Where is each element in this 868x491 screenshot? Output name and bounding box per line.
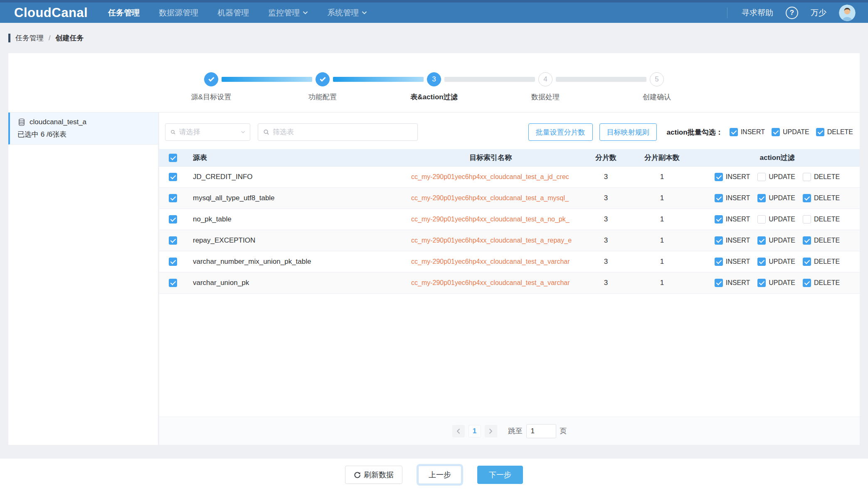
refresh-data-button[interactable]: 刷新数据 xyxy=(345,466,402,484)
action-batch-checkbox[interactable]: INSERT xyxy=(730,128,765,136)
update-checkbox-item[interactable]: UPDATE xyxy=(757,173,795,181)
row-checkbox[interactable] xyxy=(169,215,177,223)
target-index-link[interactable]: cc_my-290p01yec6hp4xx_cloudcanal_test_a_… xyxy=(411,216,570,223)
schema-select[interactable] xyxy=(165,123,250,141)
row-checkbox[interactable] xyxy=(169,258,177,266)
target-index-link[interactable]: cc_my-290p01yec6hp4xx_cloudcanal_test_a_… xyxy=(411,279,570,286)
insert-checkbox[interactable] xyxy=(715,258,723,266)
target-index-link[interactable]: cc_my-290p01yec6hp4xx_cloudcanal_test_a_… xyxy=(411,173,569,180)
database-name: cloudcanal_test_a xyxy=(30,118,86,126)
insert-checkbox-item[interactable]: INSERT xyxy=(715,279,750,287)
question-icon[interactable]: ? xyxy=(786,7,798,19)
insert-checkbox-item[interactable]: INSERT xyxy=(715,258,750,266)
insert-checkbox-item[interactable]: INSERT xyxy=(715,194,750,202)
schema-select-input[interactable] xyxy=(179,128,238,136)
delete-checkbox[interactable] xyxy=(803,258,811,266)
insert-label: INSERT xyxy=(726,237,750,244)
delete-checkbox[interactable] xyxy=(803,279,811,287)
cloudcanal-logo: CloudCanal xyxy=(14,5,88,20)
jump-page-input[interactable] xyxy=(526,424,556,438)
target-index-link[interactable]: cc_my-290p01yec6hp4xx_cloudcanal_test_a_… xyxy=(411,237,572,244)
nav-item-label: 数据源管理 xyxy=(159,7,198,18)
insert-checkbox[interactable] xyxy=(715,236,723,245)
delete-checkbox[interactable] xyxy=(803,215,811,223)
delete-checkbox-item[interactable]: DELETE xyxy=(803,173,840,181)
insert-checkbox[interactable] xyxy=(715,173,723,181)
header-action: action过滤 xyxy=(695,153,860,162)
delete-checkbox-item[interactable]: DELETE xyxy=(803,258,840,266)
insert-checkbox-item[interactable]: INSERT xyxy=(715,173,750,181)
shards-value: 3 xyxy=(582,173,629,181)
table-filter-input[interactable] xyxy=(273,128,412,136)
delete-checkbox-item[interactable]: DELETE xyxy=(803,279,840,287)
update-checkbox[interactable] xyxy=(757,194,766,202)
batch-shards-button[interactable]: 批量设置分片数 xyxy=(528,123,593,141)
help-link[interactable]: 寻求帮助 xyxy=(742,7,773,18)
update-label: UPDATE xyxy=(769,194,795,202)
delete-checkbox-item[interactable]: DELETE xyxy=(803,236,840,245)
next-step-button[interactable]: 下一步 xyxy=(477,466,523,484)
update-checkbox-item[interactable]: UPDATE xyxy=(757,258,795,266)
previous-step-button[interactable]: 上一步 xyxy=(418,466,461,484)
update-checkbox-item[interactable]: UPDATE xyxy=(757,215,795,223)
update-checkbox[interactable] xyxy=(757,215,766,223)
row-action-filters: INSERT UPDATE DELETE xyxy=(695,215,860,223)
delete-label: DELETE xyxy=(814,173,840,181)
insert-label: INSERT xyxy=(726,279,750,287)
shards-value: 3 xyxy=(582,194,629,202)
nav-item[interactable]: 任务管理 xyxy=(99,7,149,18)
shards-value: 3 xyxy=(582,258,629,266)
nav-item[interactable]: 数据源管理 xyxy=(149,7,208,18)
row-checkbox[interactable] xyxy=(169,194,177,202)
delete-checkbox[interactable] xyxy=(803,194,811,202)
step: 4 数据处理 xyxy=(538,72,650,112)
row-checkbox[interactable] xyxy=(169,173,177,181)
update-label: UPDATE xyxy=(769,279,795,287)
avatar[interactable] xyxy=(839,5,856,21)
action-batch-label: action批量勾选： xyxy=(667,128,723,137)
action-batch-checkbox[interactable]: UPDATE xyxy=(772,128,809,136)
breadcrumb-parent[interactable]: 任务管理 xyxy=(15,33,44,43)
table-row: repay_EXCEPTION cc_my-290p01yec6hp4xx_cl… xyxy=(159,230,860,251)
update-checkbox[interactable] xyxy=(757,258,766,266)
update-checkbox-item[interactable]: UPDATE xyxy=(757,194,795,202)
delete-checkbox[interactable] xyxy=(803,173,811,181)
nav-item[interactable]: 机器管理 xyxy=(208,7,259,18)
nav-item[interactable]: 监控管理 xyxy=(259,7,318,18)
insert-checkbox[interactable] xyxy=(715,279,723,287)
step-number: 3 xyxy=(432,75,436,83)
checkbox-icon[interactable] xyxy=(730,128,738,136)
nav-item[interactable]: 系统管理 xyxy=(318,7,377,18)
insert-checkbox[interactable] xyxy=(715,194,723,202)
update-checkbox-item[interactable]: UPDATE xyxy=(757,279,795,287)
insert-checkbox-item[interactable]: INSERT xyxy=(715,236,750,245)
prev-page-button[interactable] xyxy=(452,425,465,437)
replicas-value: 1 xyxy=(629,215,695,223)
delete-checkbox-item[interactable]: DELETE xyxy=(803,215,840,223)
insert-checkbox[interactable] xyxy=(715,215,723,223)
update-checkbox[interactable] xyxy=(757,173,766,181)
delete-checkbox-item[interactable]: DELETE xyxy=(803,194,840,202)
table-row: no_pk_table cc_my-290p01yec6hp4xx_cloudc… xyxy=(159,209,860,230)
checkbox-icon[interactable] xyxy=(772,128,780,136)
username[interactable]: 万少 xyxy=(811,7,826,18)
database-list-item[interactable]: cloudcanal_test_a 已选中 6 /6张表 xyxy=(8,113,158,145)
action-batch-checkbox[interactable]: DELETE xyxy=(816,128,853,136)
select-all-checkbox[interactable] xyxy=(169,154,177,162)
delete-checkbox[interactable] xyxy=(803,236,811,245)
target-index-link[interactable]: cc_my-290p01yec6hp4xx_cloudcanal_test_a_… xyxy=(411,258,570,265)
next-page-button[interactable] xyxy=(485,425,497,437)
checkbox-icon[interactable] xyxy=(816,128,824,136)
table-filter[interactable] xyxy=(258,123,418,141)
page-number-button[interactable]: 1 xyxy=(469,425,481,437)
update-checkbox[interactable] xyxy=(757,279,766,287)
mapping-rules-button[interactable]: 目标映射规则 xyxy=(599,123,657,141)
page-suffix-label: 页 xyxy=(560,426,567,436)
row-checkbox[interactable] xyxy=(169,279,177,287)
update-checkbox[interactable] xyxy=(757,236,766,245)
update-checkbox-item[interactable]: UPDATE xyxy=(757,236,795,245)
target-index-link[interactable]: cc_my-290p01yec6hp4xx_cloudcanal_test_a_… xyxy=(411,194,569,201)
step-connector xyxy=(222,77,312,82)
insert-checkbox-item[interactable]: INSERT xyxy=(715,215,750,223)
row-checkbox[interactable] xyxy=(169,236,177,245)
